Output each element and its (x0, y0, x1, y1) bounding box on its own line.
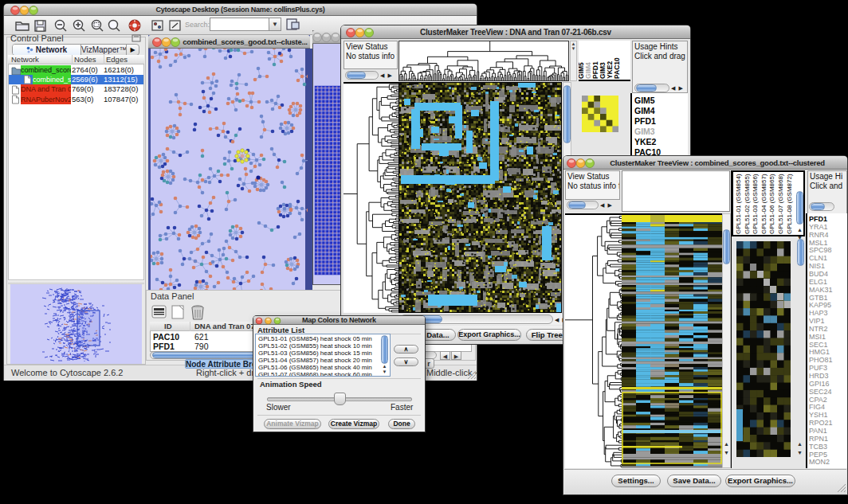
svg-text:GPL51-07 (GSM868): GPL51-07 (GSM868) (777, 174, 784, 234)
svg-text:GPL51-01 (GSM854): GPL51-01 (GSM854) (735, 174, 742, 234)
svg-text:GPL51-06 (GSM865): GPL51-06 (GSM865) (768, 174, 775, 234)
svg-text:PAC10: PAC10 (613, 57, 621, 79)
svg-text:GPL51-02 (GSM855): GPL51-02 (GSM855) (744, 174, 751, 234)
svg-text:GPL51-03 (GSM856): GPL51-03 (GSM856) (752, 174, 759, 234)
svg-text:GPL51-04 (GSM857): GPL51-04 (GSM857) (760, 174, 768, 234)
svg-text:GPL51-08 (GSM872): GPL51-08 (GSM872) (786, 174, 793, 234)
